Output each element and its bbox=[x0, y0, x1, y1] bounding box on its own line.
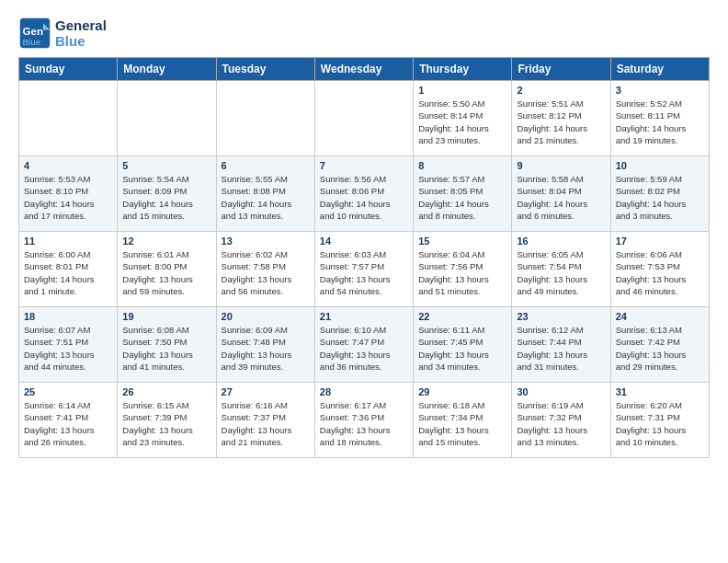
day-info: Sunrise: 5:50 AM Sunset: 8:14 PM Dayligh… bbox=[418, 98, 506, 146]
day-info: Sunrise: 5:54 AM Sunset: 8:09 PM Dayligh… bbox=[122, 173, 210, 222]
day-info: Sunrise: 6:20 AM Sunset: 7:31 PM Dayligh… bbox=[616, 399, 704, 448]
day-number: 21 bbox=[320, 311, 408, 322]
day-number: 25 bbox=[24, 386, 112, 397]
calendar-table: SundayMondayTuesdayWednesdayThursdayFrid… bbox=[18, 57, 710, 458]
day-number: 31 bbox=[616, 386, 704, 397]
page: Gen Blue General Blue SundayMondayTuesda… bbox=[0, 0, 728, 467]
calendar-week-1: 1Sunrise: 5:50 AM Sunset: 8:14 PM Daylig… bbox=[19, 81, 710, 156]
day-number: 14 bbox=[320, 236, 408, 247]
calendar-cell: 25Sunrise: 6:14 AM Sunset: 7:41 PM Dayli… bbox=[19, 383, 118, 458]
logo-blue: Blue bbox=[55, 33, 107, 49]
weekday-header-friday: Friday bbox=[512, 58, 610, 81]
day-number: 11 bbox=[24, 236, 112, 247]
day-info: Sunrise: 6:15 AM Sunset: 7:39 PM Dayligh… bbox=[122, 399, 210, 448]
day-number: 15 bbox=[418, 236, 506, 247]
day-info: Sunrise: 6:14 AM Sunset: 7:41 PM Dayligh… bbox=[24, 399, 112, 448]
day-number: 30 bbox=[517, 386, 605, 397]
day-info: Sunrise: 6:10 AM Sunset: 7:47 PM Dayligh… bbox=[320, 324, 408, 373]
day-info: Sunrise: 6:08 AM Sunset: 7:50 PM Dayligh… bbox=[122, 324, 210, 373]
day-info: Sunrise: 5:58 AM Sunset: 8:04 PM Dayligh… bbox=[517, 173, 605, 222]
weekday-header-row: SundayMondayTuesdayWednesdayThursdayFrid… bbox=[19, 58, 710, 81]
day-info: Sunrise: 6:13 AM Sunset: 7:42 PM Dayligh… bbox=[616, 324, 704, 373]
calendar-week-5: 25Sunrise: 6:14 AM Sunset: 7:41 PM Dayli… bbox=[19, 383, 710, 458]
day-number: 10 bbox=[616, 160, 704, 171]
day-number: 29 bbox=[418, 386, 506, 397]
weekday-header-sunday: Sunday bbox=[19, 58, 118, 81]
calendar-cell: 1Sunrise: 5:50 AM Sunset: 8:14 PM Daylig… bbox=[414, 81, 512, 156]
calendar-cell bbox=[118, 81, 216, 156]
logo: Gen Blue General Blue bbox=[18, 17, 107, 50]
calendar-cell: 11Sunrise: 6:00 AM Sunset: 8:01 PM Dayli… bbox=[19, 232, 118, 307]
weekday-header-tuesday: Tuesday bbox=[216, 58, 314, 81]
calendar-cell: 16Sunrise: 6:05 AM Sunset: 7:54 PM Dayli… bbox=[512, 232, 610, 307]
calendar-cell: 4Sunrise: 5:53 AM Sunset: 8:10 PM Daylig… bbox=[19, 156, 118, 232]
calendar-cell: 27Sunrise: 6:16 AM Sunset: 7:37 PM Dayli… bbox=[216, 383, 314, 458]
day-number: 23 bbox=[517, 311, 605, 322]
logo-general: General bbox=[55, 17, 107, 33]
calendar-cell: 9Sunrise: 5:58 AM Sunset: 8:04 PM Daylig… bbox=[512, 156, 610, 232]
day-info: Sunrise: 6:16 AM Sunset: 7:37 PM Dayligh… bbox=[222, 399, 310, 448]
day-info: Sunrise: 5:51 AM Sunset: 8:12 PM Dayligh… bbox=[517, 98, 605, 146]
day-info: Sunrise: 6:07 AM Sunset: 7:51 PM Dayligh… bbox=[24, 324, 112, 373]
calendar-cell: 13Sunrise: 6:02 AM Sunset: 7:58 PM Dayli… bbox=[216, 232, 314, 307]
calendar-cell: 20Sunrise: 6:09 AM Sunset: 7:48 PM Dayli… bbox=[216, 307, 314, 383]
day-info: Sunrise: 6:09 AM Sunset: 7:48 PM Dayligh… bbox=[222, 324, 310, 373]
day-number: 1 bbox=[418, 85, 506, 96]
day-info: Sunrise: 6:03 AM Sunset: 7:57 PM Dayligh… bbox=[320, 248, 408, 297]
day-number: 12 bbox=[122, 236, 210, 247]
day-info: Sunrise: 6:17 AM Sunset: 7:36 PM Dayligh… bbox=[320, 399, 408, 448]
weekday-header-saturday: Saturday bbox=[610, 58, 709, 81]
day-info: Sunrise: 5:59 AM Sunset: 8:02 PM Dayligh… bbox=[616, 173, 704, 222]
day-number: 24 bbox=[616, 311, 704, 322]
calendar-cell: 10Sunrise: 5:59 AM Sunset: 8:02 PM Dayli… bbox=[610, 156, 709, 232]
calendar-cell: 29Sunrise: 6:18 AM Sunset: 7:34 PM Dayli… bbox=[414, 383, 512, 458]
day-info: Sunrise: 6:04 AM Sunset: 7:56 PM Dayligh… bbox=[418, 248, 506, 297]
calendar-cell: 18Sunrise: 6:07 AM Sunset: 7:51 PM Dayli… bbox=[19, 307, 118, 383]
day-info: Sunrise: 6:12 AM Sunset: 7:44 PM Dayligh… bbox=[517, 324, 605, 373]
calendar-week-2: 4Sunrise: 5:53 AM Sunset: 8:10 PM Daylig… bbox=[19, 156, 710, 232]
calendar-cell bbox=[314, 81, 413, 156]
calendar-cell: 28Sunrise: 6:17 AM Sunset: 7:36 PM Dayli… bbox=[314, 383, 413, 458]
day-number: 17 bbox=[616, 236, 704, 247]
calendar-cell: 8Sunrise: 5:57 AM Sunset: 8:05 PM Daylig… bbox=[414, 156, 512, 232]
calendar-cell: 5Sunrise: 5:54 AM Sunset: 8:09 PM Daylig… bbox=[118, 156, 216, 232]
day-number: 28 bbox=[320, 386, 408, 397]
calendar-cell: 2Sunrise: 5:51 AM Sunset: 8:12 PM Daylig… bbox=[512, 81, 610, 156]
day-number: 7 bbox=[320, 160, 408, 171]
svg-text:Gen: Gen bbox=[23, 25, 44, 37]
day-number: 22 bbox=[418, 311, 506, 322]
calendar-cell bbox=[19, 81, 118, 156]
calendar-cell: 21Sunrise: 6:10 AM Sunset: 7:47 PM Dayli… bbox=[314, 307, 413, 383]
calendar-cell: 23Sunrise: 6:12 AM Sunset: 7:44 PM Dayli… bbox=[512, 307, 610, 383]
day-number: 6 bbox=[222, 160, 310, 171]
calendar-cell: 24Sunrise: 6:13 AM Sunset: 7:42 PM Dayli… bbox=[610, 307, 709, 383]
calendar-cell: 22Sunrise: 6:11 AM Sunset: 7:45 PM Dayli… bbox=[414, 307, 512, 383]
day-number: 4 bbox=[24, 160, 112, 171]
day-info: Sunrise: 6:06 AM Sunset: 7:53 PM Dayligh… bbox=[616, 248, 704, 297]
day-number: 8 bbox=[418, 160, 506, 171]
day-number: 16 bbox=[517, 236, 605, 247]
day-number: 20 bbox=[222, 311, 310, 322]
day-info: Sunrise: 6:18 AM Sunset: 7:34 PM Dayligh… bbox=[418, 399, 506, 448]
calendar-cell: 19Sunrise: 6:08 AM Sunset: 7:50 PM Dayli… bbox=[118, 307, 216, 383]
weekday-header-thursday: Thursday bbox=[414, 58, 512, 81]
day-number: 13 bbox=[222, 236, 310, 247]
day-number: 19 bbox=[122, 311, 210, 322]
calendar-cell: 26Sunrise: 6:15 AM Sunset: 7:39 PM Dayli… bbox=[118, 383, 216, 458]
day-info: Sunrise: 6:02 AM Sunset: 7:58 PM Dayligh… bbox=[222, 248, 310, 297]
day-info: Sunrise: 5:55 AM Sunset: 8:08 PM Dayligh… bbox=[222, 173, 310, 222]
svg-text:Blue: Blue bbox=[23, 37, 41, 47]
day-info: Sunrise: 6:01 AM Sunset: 8:00 PM Dayligh… bbox=[122, 248, 210, 297]
logo-icon: Gen Blue bbox=[18, 17, 51, 50]
calendar-cell: 31Sunrise: 6:20 AM Sunset: 7:31 PM Dayli… bbox=[610, 383, 709, 458]
calendar-cell: 3Sunrise: 5:52 AM Sunset: 8:11 PM Daylig… bbox=[610, 81, 709, 156]
weekday-header-monday: Monday bbox=[118, 58, 216, 81]
calendar-week-3: 11Sunrise: 6:00 AM Sunset: 8:01 PM Dayli… bbox=[19, 232, 710, 307]
day-info: Sunrise: 6:00 AM Sunset: 8:01 PM Dayligh… bbox=[24, 248, 112, 297]
day-number: 5 bbox=[122, 160, 210, 171]
weekday-header-wednesday: Wednesday bbox=[314, 58, 413, 81]
day-info: Sunrise: 6:11 AM Sunset: 7:45 PM Dayligh… bbox=[418, 324, 506, 373]
day-number: 9 bbox=[517, 160, 605, 171]
calendar-cell: 17Sunrise: 6:06 AM Sunset: 7:53 PM Dayli… bbox=[610, 232, 709, 307]
day-info: Sunrise: 6:05 AM Sunset: 7:54 PM Dayligh… bbox=[517, 248, 605, 297]
